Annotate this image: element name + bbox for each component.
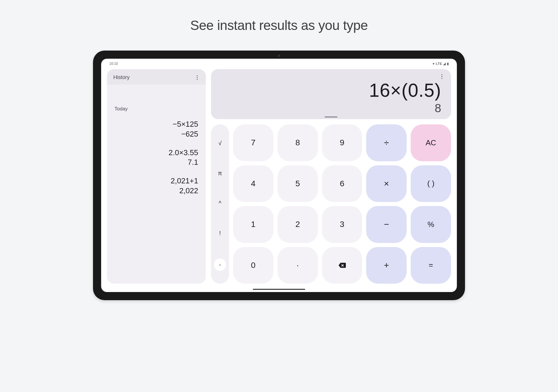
digit-7-button[interactable]: 7 [233,124,273,161]
digit-2-button[interactable]: 2 [278,206,318,243]
history-result: 2,022 [115,186,198,196]
network-label: LTE [436,62,442,65]
digit-1-button[interactable]: 1 [233,206,273,243]
all-clear-button[interactable]: AC [411,124,451,161]
history-result: 7.1 [115,157,198,167]
pi-button[interactable]: π [211,167,229,180]
digit-5-button[interactable]: 5 [278,165,318,202]
screen: 10:10 ▾ LTE ◢ ▮ History Today [101,59,457,292]
factorial-button[interactable]: ! [211,227,229,239]
subtract-button[interactable]: − [366,206,407,243]
history-expression: 2,021+1 [115,176,198,186]
battery-icon: ▮ [447,62,449,66]
keypad: 7 8 9 ÷ AC 4 5 6 × ( ) 1 2 3 [233,124,451,284]
equals-button[interactable]: = [411,247,451,284]
digit-6-button[interactable]: 6 [322,165,362,202]
display-result: 8 [219,102,443,115]
expand-scientific-button[interactable]: › [214,259,226,271]
percent-button[interactable]: % [411,206,451,243]
signal-icon: ◢ [443,62,446,66]
wifi-icon: ▾ [433,62,435,66]
history-expression: 2.0×3.55 [115,148,198,158]
camera-icon [278,55,280,57]
status-bar: 10:10 ▾ LTE ◢ ▮ [101,59,457,67]
divide-button[interactable]: ÷ [366,124,407,161]
history-panel: History Today −5×125 −625 2.0×3.55 7.1 [107,69,206,284]
digit-8-button[interactable]: 8 [278,124,318,161]
history-body: Today −5×125 −625 2.0×3.55 7.1 2,021+1 2… [107,85,206,284]
digit-0-button[interactable]: 0 [233,247,273,284]
history-expression: −5×125 [115,119,198,129]
calculator-panel: 16×(0.5) 8 √ π ^ ! › 7 8 [211,69,451,284]
add-button[interactable]: + [366,247,407,284]
display-expression: 16×(0.5) [219,80,443,101]
display: 16×(0.5) 8 [211,69,451,119]
display-menu-button[interactable] [439,74,444,79]
history-item[interactable]: −5×125 −625 [115,119,198,139]
history-menu-button[interactable] [195,75,199,80]
scientific-column: √ π ^ ! › [211,124,229,284]
parentheses-button[interactable]: ( ) [411,165,451,202]
keypad-area: √ π ^ ! › 7 8 9 ÷ AC 4 [211,124,451,284]
history-title: History [113,74,130,80]
history-result: −625 [115,129,198,139]
history-header: History [107,69,206,85]
backspace-button[interactable] [322,247,362,284]
status-time: 10:10 [109,62,118,66]
history-item[interactable]: 2,021+1 2,022 [115,176,198,196]
decimal-button[interactable]: · [278,247,318,284]
history-group-label: Today [115,106,198,112]
history-item[interactable]: 2.0×3.55 7.1 [115,148,198,168]
sqrt-button[interactable]: √ [211,137,229,150]
power-button[interactable]: ^ [211,197,229,210]
tablet-frame: 10:10 ▾ LTE ◢ ▮ History Today [93,51,465,300]
nav-handle[interactable] [253,289,305,290]
status-right: ▾ LTE ◢ ▮ [433,62,449,66]
digit-3-button[interactable]: 3 [322,206,362,243]
display-drag-handle[interactable] [325,117,337,117]
multiply-button[interactable]: × [366,165,407,202]
headline-text: See instant results as you type [190,17,368,33]
backspace-icon [338,262,346,269]
app-area: History Today −5×125 −625 2.0×3.55 7.1 [101,67,457,288]
digit-9-button[interactable]: 9 [322,124,362,161]
digit-4-button[interactable]: 4 [233,165,273,202]
